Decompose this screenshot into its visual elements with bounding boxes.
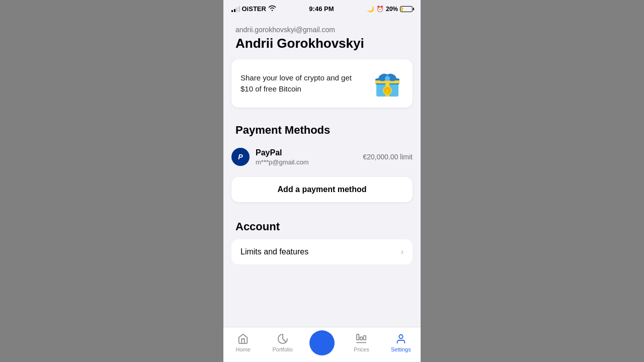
prices-label: Prices xyxy=(354,346,369,352)
carrier-label: OiSTER xyxy=(242,5,266,13)
profile-name: Andrii Gorokhovskyi xyxy=(235,36,409,51)
nav-settings[interactable]: Settings xyxy=(381,333,421,352)
status-right: 🌙 ⏰ 20% xyxy=(367,6,413,13)
moon-icon: 🌙 xyxy=(367,6,374,13)
battery-percent: 20% xyxy=(386,6,398,13)
gift-icon: ₿ xyxy=(371,67,404,100)
alarm-icon: ⏰ xyxy=(376,6,384,13)
promo-card[interactable]: Share your love of crypto and get $10 of… xyxy=(231,59,413,108)
limits-and-features-item[interactable]: Limits and features › xyxy=(231,239,413,264)
home-label: Home xyxy=(236,346,251,352)
nav-portfolio[interactable]: Portfolio xyxy=(263,333,302,352)
payment-info: PayPal m***p@gmail.com xyxy=(256,148,363,166)
svg-rect-11 xyxy=(360,337,363,340)
profile-email: andrii.gorokhovskyi@gmail.com xyxy=(235,26,409,34)
right-panel xyxy=(421,0,644,362)
battery-icon xyxy=(400,6,413,12)
paypal-payment-item[interactable]: P PayPal m***p@gmail.com €20,000.00 limi… xyxy=(231,143,413,171)
promo-text: Share your love of crypto and get $10 of… xyxy=(240,72,365,95)
center-action-button[interactable] xyxy=(309,330,335,355)
account-title: Account xyxy=(223,214,421,239)
svg-rect-10 xyxy=(357,334,359,340)
paypal-icon: P xyxy=(231,148,250,166)
prices-icon xyxy=(355,333,367,345)
bottom-nav: Home Portfolio xyxy=(223,327,421,362)
chevron-right-icon: › xyxy=(401,247,404,256)
portfolio-icon xyxy=(277,333,289,345)
status-time: 9:46 PM xyxy=(309,5,334,13)
status-left: OiSTER xyxy=(231,5,276,13)
payment-methods-section: P PayPal m***p@gmail.com €20,000.00 limi… xyxy=(223,143,421,175)
wifi-icon xyxy=(268,5,276,13)
limits-label: Limits and features xyxy=(240,247,308,256)
nav-prices[interactable]: Prices xyxy=(342,333,381,352)
nav-home[interactable]: Home xyxy=(223,333,263,352)
portfolio-label: Portfolio xyxy=(272,346,292,352)
settings-icon xyxy=(395,333,407,345)
left-panel xyxy=(0,0,223,362)
signal-icon xyxy=(231,6,240,12)
add-payment-button[interactable]: Add a payment method xyxy=(231,177,413,202)
home-icon xyxy=(237,333,249,345)
profile-header: andrii.gorokhovskyi@gmail.com Andrii Gor… xyxy=(223,16,421,59)
payment-account-email: m***p@gmail.com xyxy=(256,158,363,166)
account-section: Account Limits and features › xyxy=(223,210,421,264)
scroll-content: andrii.gorokhovskyi@gmail.com Andrii Gor… xyxy=(223,16,421,362)
svg-rect-12 xyxy=(364,336,366,340)
status-bar: OiSTER 9:46 PM 🌙 ⏰ 20% xyxy=(223,0,421,16)
phone-frame: OiSTER 9:46 PM 🌙 ⏰ 20% xyxy=(223,0,421,362)
svg-point-14 xyxy=(399,335,403,338)
payment-methods-title: Payment Methods xyxy=(223,118,421,143)
payment-limit: €20,000.00 limit xyxy=(363,153,413,161)
svg-point-6 xyxy=(385,76,390,81)
payment-provider: PayPal xyxy=(256,148,363,157)
settings-label: Settings xyxy=(391,346,411,352)
nav-center[interactable] xyxy=(302,330,342,355)
